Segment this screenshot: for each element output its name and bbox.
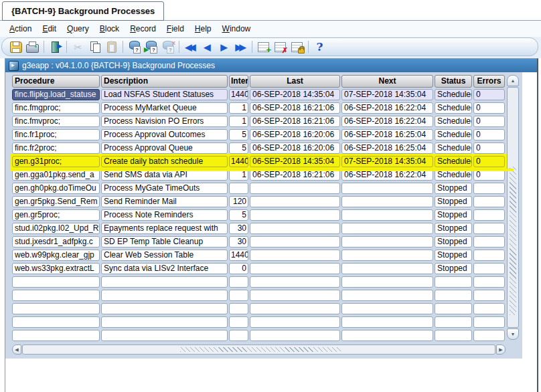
cell-interval[interactable]: 1440 <box>229 89 248 100</box>
last-record-button[interactable]: ▶▶ <box>232 39 249 55</box>
cell-errors[interactable] <box>473 276 505 288</box>
cell-last[interactable] <box>250 236 340 248</box>
cell-status[interactable]: Scheduled <box>435 129 472 140</box>
cell-status[interactable]: Stopped <box>435 250 472 261</box>
cell-last[interactable]: 06-SEP-2018 16:21:06 <box>250 116 340 127</box>
cell-errors[interactable] <box>473 223 505 234</box>
cell-procedure[interactable]: finc.fr1proc; <box>12 129 100 140</box>
tab-background-processes[interactable]: {BATCH-9} Background Processes <box>2 1 164 21</box>
cell-errors[interactable]: 0 <box>473 116 505 127</box>
cell-errors[interactable] <box>473 196 505 207</box>
execute-query-button[interactable]: ▶? <box>143 39 159 55</box>
lock-record-button[interactable] <box>289 39 305 55</box>
scroll-left-button[interactable]: ◀ <box>12 345 21 355</box>
cell-description[interactable] <box>101 330 228 341</box>
cell-procedure[interactable] <box>12 303 100 314</box>
column-header-procedure[interactable]: Procedure <box>12 75 100 88</box>
cell-next[interactable] <box>341 316 433 328</box>
cell-description[interactable]: Epayments replace request with <box>101 223 228 234</box>
cell-last[interactable] <box>250 250 340 261</box>
cell-procedure[interactable]: gen.gr5pkg.Send_Rem <box>12 196 100 207</box>
help-button[interactable]: ? <box>311 39 328 55</box>
cell-next[interactable]: 06-SEP-2018 16:22:04 <box>341 116 433 127</box>
cell-description[interactable]: Load NSFAS Student Statuses <box>101 89 228 100</box>
menu-item-block[interactable]: Block <box>94 23 125 35</box>
menu-item-field[interactable]: Field <box>161 23 189 35</box>
cell-procedure[interactable]: web.ws33pkg.extractL <box>12 263 100 274</box>
copy-button[interactable] <box>86 39 103 55</box>
cell-errors[interactable]: 0 <box>473 142 505 154</box>
cell-description[interactable]: Sync data via LISv2 Interface <box>101 263 228 274</box>
cell-interval[interactable]: 30 <box>229 236 248 248</box>
menu-item-window[interactable]: Window <box>217 23 256 35</box>
cell-procedure[interactable]: stud.i02pkg.I02_Upd_R <box>12 223 100 234</box>
cell-errors[interactable] <box>473 290 505 301</box>
cell-procedure[interactable]: finc.fmgproc; <box>12 102 100 114</box>
column-header-last[interactable]: Last <box>250 75 340 88</box>
cell-interval[interactable]: 5 <box>229 142 248 154</box>
cell-next[interactable] <box>341 183 433 194</box>
cell-last[interactable] <box>250 263 340 274</box>
cell-errors[interactable] <box>473 250 505 261</box>
horizontal-scrollbar-grip[interactable] <box>180 347 341 352</box>
cell-last[interactable]: 06-SEP-2018 16:20:06 <box>250 129 340 140</box>
menu-item-query[interactable]: Query <box>62 23 94 35</box>
cell-next[interactable] <box>341 236 433 248</box>
column-header-errors[interactable]: Errors <box>473 75 505 88</box>
cell-description[interactable]: Create daily batch schedule <box>101 156 228 167</box>
cell-last[interactable] <box>250 303 340 314</box>
cell-description[interactable]: Process Approval Queue <box>101 142 228 154</box>
cell-procedure[interactable]: finc.fmvproc; <box>12 116 100 127</box>
vertical-scrollbar[interactable]: ▲ ▼ <box>507 75 519 340</box>
menu-item-help[interactable]: Help <box>189 23 217 35</box>
cell-next[interactable] <box>341 263 433 274</box>
scroll-down-button[interactable]: ▼ <box>507 328 519 340</box>
scroll-right-button[interactable]: ▶ <box>496 345 506 355</box>
previous-record-button[interactable]: ◀ <box>199 39 216 55</box>
cell-errors[interactable]: 0 <box>473 156 505 167</box>
cut-button[interactable]: ✂ <box>70 39 86 55</box>
first-record-button[interactable]: ◀◀ <box>182 39 199 55</box>
cell-procedure[interactable]: gen.gh0pkg.doTimeOu <box>12 183 100 194</box>
cell-description[interactable] <box>101 276 228 288</box>
cell-last[interactable] <box>250 316 340 328</box>
delete-record-button[interactable]: ✗ <box>272 39 289 55</box>
cell-description[interactable] <box>101 316 228 328</box>
cell-interval[interactable] <box>229 183 248 194</box>
save-button[interactable] <box>7 39 24 55</box>
horizontal-scrollbar[interactable]: ◀ ▶ <box>12 345 506 355</box>
cell-last[interactable] <box>250 276 340 288</box>
cell-interval[interactable]: 30 <box>229 223 248 234</box>
cell-next[interactable] <box>341 250 433 261</box>
cell-next[interactable] <box>341 223 433 234</box>
enter-query-button[interactable]: ? <box>126 39 143 55</box>
cell-description[interactable] <box>101 303 228 314</box>
cell-errors[interactable]: 0 <box>473 89 505 100</box>
cell-errors[interactable] <box>473 303 505 314</box>
cell-interval[interactable]: 1 <box>229 116 248 127</box>
paste-button[interactable] <box>103 39 120 55</box>
cell-last[interactable] <box>250 223 340 234</box>
cell-interval[interactable]: 5 <box>229 209 248 221</box>
cell-next[interactable]: 06-SEP-2018 16:25:04 <box>341 129 433 140</box>
cell-description[interactable]: Send Reminder Mail <box>101 196 228 207</box>
cell-status[interactable]: Scheduled <box>435 89 472 100</box>
menu-item-action[interactable]: Action <box>4 23 37 35</box>
cell-next[interactable] <box>341 290 433 301</box>
cell-procedure[interactable]: finc.flipkg.load_statuse <box>12 89 100 100</box>
cell-errors[interactable]: 0 <box>473 129 505 140</box>
cell-status[interactable]: Stopped <box>435 236 472 248</box>
cell-errors[interactable]: 0 <box>473 102 505 114</box>
cell-status[interactable]: Scheduled <box>435 116 472 127</box>
cell-interval[interactable]: 1 <box>229 102 248 114</box>
cell-description[interactable]: Clear Web Session Table <box>101 250 228 261</box>
column-header-description[interactable]: Description <box>101 75 228 88</box>
print-button[interactable] <box>24 39 41 55</box>
cell-status[interactable]: Scheduled <box>435 102 472 114</box>
cell-interval[interactable] <box>229 303 248 314</box>
cell-status[interactable]: Stopped <box>435 209 472 221</box>
cell-next[interactable]: 06-SEP-2018 16:22:04 <box>341 102 433 114</box>
cell-errors[interactable] <box>473 236 505 248</box>
menu-item-edit[interactable]: Edit <box>37 23 62 35</box>
cell-status[interactable] <box>435 316 472 328</box>
